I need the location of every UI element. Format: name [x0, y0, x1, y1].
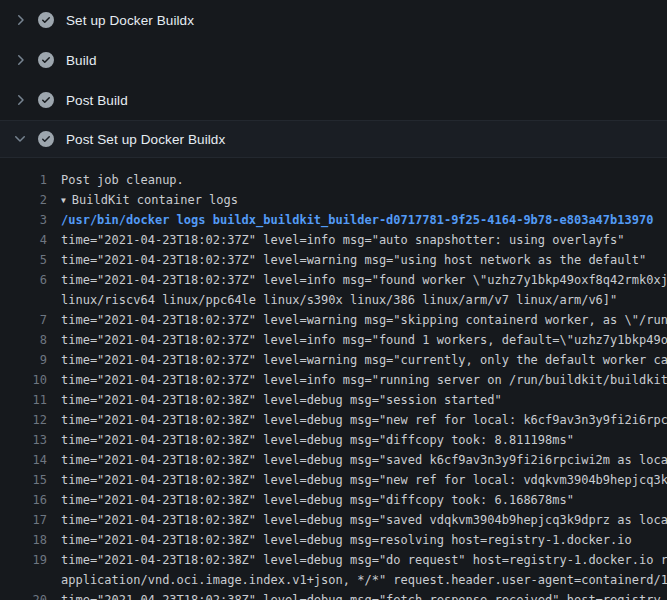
section-label: Build: [66, 53, 97, 68]
log-line: 13 time="2021-04-23T18:02:38Z" level=deb…: [0, 430, 667, 450]
section-step-post-set-up-docker-buildx[interactable]: Post Set up Docker Buildx: [0, 120, 667, 158]
log-line-text: time="2021-04-23T18:02:37Z" level=warnin…: [61, 310, 667, 330]
log-line: 15 time="2021-04-23T18:02:38Z" level=deb…: [0, 470, 667, 490]
log-line-number[interactable]: 12: [0, 410, 47, 430]
section-label: Post Build: [66, 93, 128, 108]
log-line-text: time="2021-04-23T18:02:38Z" level=debug …: [61, 430, 574, 450]
chevron-right-icon: [12, 52, 28, 68]
log-line: 19 time="2021-04-23T18:02:38Z" level=deb…: [0, 550, 667, 570]
log-group-header: ▼BuildKit container logs: [61, 190, 238, 210]
log-line-number: [0, 290, 47, 310]
log-line-text: time="2021-04-23T18:02:38Z" level=debug …: [61, 470, 667, 490]
log-line-number[interactable]: 13: [0, 430, 47, 450]
log-line: 10 time="2021-04-23T18:02:37Z" level=inf…: [0, 370, 667, 390]
chevron-right-icon: [12, 92, 28, 108]
log-line: 11 time="2021-04-23T18:02:38Z" level=deb…: [0, 390, 667, 410]
log-group-toggle[interactable]: 2 ▼BuildKit container logs: [0, 190, 667, 210]
log-line-text: time="2021-04-23T18:02:38Z" level=debug …: [61, 450, 667, 470]
section-step-build[interactable]: Build: [0, 40, 667, 80]
log-line-text: time="2021-04-23T18:02:38Z" level=debug …: [61, 490, 574, 510]
log-line-number[interactable]: 17: [0, 510, 47, 530]
log-line-text: time="2021-04-23T18:02:38Z" level=debug …: [61, 550, 667, 570]
log-line-number[interactable]: 2: [0, 190, 47, 210]
log-line-number[interactable]: 6: [0, 270, 47, 290]
log-line: 14 time="2021-04-23T18:02:38Z" level=deb…: [0, 450, 667, 470]
log-line-continuation: linux/riscv64 linux/ppc64le linux/s390x …: [0, 290, 667, 310]
log-line-number[interactable]: 9: [0, 350, 47, 370]
log-line-number[interactable]: 4: [0, 230, 47, 250]
log-line-text: time="2021-04-23T18:02:38Z" level=debug …: [61, 590, 667, 600]
log-line: 3 /usr/bin/docker logs buildx_buildkit_b…: [0, 210, 667, 230]
log-line-number[interactable]: 10: [0, 370, 47, 390]
section-step-post-build[interactable]: Post Build: [0, 80, 667, 120]
check-circle-icon: [38, 92, 54, 108]
log-line-text: time="2021-04-23T18:02:38Z" level=debug …: [61, 530, 632, 550]
section-label: Post Set up Docker Buildx: [66, 132, 225, 147]
log-line-text: Post job cleanup.: [61, 170, 184, 190]
check-circle-icon: [38, 12, 54, 28]
log-line: 17 time="2021-04-23T18:02:38Z" level=deb…: [0, 510, 667, 530]
log-line: 12 time="2021-04-23T18:02:38Z" level=deb…: [0, 410, 667, 430]
log-line: 6 time="2021-04-23T18:02:37Z" level=info…: [0, 270, 667, 290]
section-step-set-up-docker-buildx[interactable]: Set up Docker Buildx: [0, 0, 667, 40]
log-line-number[interactable]: 3: [0, 210, 47, 230]
check-circle-icon: [38, 131, 54, 147]
log-line-text: time="2021-04-23T18:02:37Z" level=info m…: [61, 230, 625, 250]
log-line-text: time="2021-04-23T18:02:38Z" level=debug …: [61, 390, 502, 410]
check-circle-icon: [38, 52, 54, 68]
log-line: 16 time="2021-04-23T18:02:38Z" level=deb…: [0, 490, 667, 510]
log-line: 5 time="2021-04-23T18:02:37Z" level=warn…: [0, 250, 667, 270]
log-line-text: time="2021-04-23T18:02:37Z" level=info m…: [61, 330, 667, 350]
log-line-number[interactable]: 19: [0, 550, 47, 570]
log-line: 4 time="2021-04-23T18:02:37Z" level=info…: [0, 230, 667, 250]
chevron-right-icon: [12, 12, 28, 28]
log-group-title: BuildKit container logs: [72, 193, 238, 207]
log-line-number[interactable]: 14: [0, 450, 47, 470]
log-line: 9 time="2021-04-23T18:02:37Z" level=warn…: [0, 350, 667, 370]
log-command-text: /usr/bin/docker logs buildx_buildkit_bui…: [61, 210, 653, 230]
log-line-number[interactable]: 11: [0, 390, 47, 410]
log-line: 7 time="2021-04-23T18:02:37Z" level=warn…: [0, 310, 667, 330]
log-line: 18 time="2021-04-23T18:02:38Z" level=deb…: [0, 530, 667, 550]
log-line-number: [0, 570, 47, 590]
section-label: Set up Docker Buildx: [66, 13, 194, 28]
log-line-text: time="2021-04-23T18:02:37Z" level=info m…: [61, 370, 667, 390]
log-line-continuation: application/vnd.oci.image.index.v1+json,…: [0, 570, 667, 590]
log-line-number[interactable]: 5: [0, 250, 47, 270]
log-line-text: application/vnd.oci.image.index.v1+json,…: [61, 570, 667, 590]
log-line-text: time="2021-04-23T18:02:37Z" level=info m…: [61, 270, 667, 290]
log-line-number[interactable]: 1: [0, 170, 47, 190]
log-line-number[interactable]: 15: [0, 470, 47, 490]
log-line-number[interactable]: 16: [0, 490, 47, 510]
chevron-down-icon: [12, 131, 28, 147]
log-line-text: time="2021-04-23T18:02:38Z" level=debug …: [61, 410, 667, 430]
log-line: 20 time="2021-04-23T18:02:38Z" level=deb…: [0, 590, 667, 600]
actions-log-viewer: Set up Docker Buildx Build Post Build Po…: [0, 0, 667, 600]
log-line-text: linux/riscv64 linux/ppc64le linux/s390x …: [61, 290, 617, 310]
log-line-text: time="2021-04-23T18:02:37Z" level=warnin…: [61, 250, 646, 270]
log-line: 8 time="2021-04-23T18:02:37Z" level=info…: [0, 330, 667, 350]
log-line-number[interactable]: 7: [0, 310, 47, 330]
log-output: 1 Post job cleanup. 2 ▼BuildKit containe…: [0, 158, 667, 600]
log-line-text: time="2021-04-23T18:02:38Z" level=debug …: [61, 510, 667, 530]
log-line-number[interactable]: 20: [0, 590, 47, 600]
log-line-number[interactable]: 18: [0, 530, 47, 550]
triangle-down-icon: ▼: [61, 191, 66, 211]
log-line-text: time="2021-04-23T18:02:37Z" level=warnin…: [61, 350, 667, 370]
log-line-number[interactable]: 8: [0, 330, 47, 350]
log-line: 1 Post job cleanup.: [0, 170, 667, 190]
